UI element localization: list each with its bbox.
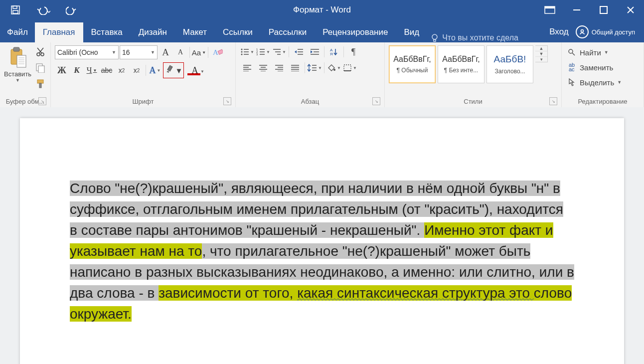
numbering-button[interactable]: 123▼	[256, 45, 271, 58]
highlighter-icon	[164, 65, 175, 76]
grow-font-button[interactable]: A	[159, 46, 172, 59]
tab-view[interactable]: Вид	[396, 22, 427, 42]
style-nospacing-sample: АаБбВвГг,	[442, 55, 480, 64]
copy-icon	[35, 63, 45, 73]
underline-button[interactable]: Ч▼	[85, 64, 99, 77]
minimize-icon[interactable]	[563, 0, 590, 20]
format-painter-button[interactable]	[33, 77, 47, 90]
svg-rect-24	[38, 66, 44, 73]
style-heading1-sample: АаБбВ!	[494, 54, 526, 65]
share-button[interactable]: Общий доступ	[576, 25, 635, 38]
style-no-spacing[interactable]: АаБбВвГг, ¶ Без инте...	[438, 45, 484, 83]
tab-insert[interactable]: Вставка	[83, 22, 131, 42]
replace-label: Заменить	[580, 63, 613, 72]
save-icon[interactable]	[8, 2, 23, 17]
copy-button[interactable]	[33, 61, 47, 74]
superscript-button[interactable]: x2	[130, 64, 144, 77]
tab-review[interactable]: Рецензирование	[315, 22, 396, 42]
svg-rect-13	[13, 47, 19, 51]
multilevel-icon	[272, 48, 281, 56]
group-editing-label: Редактирование	[578, 98, 627, 105]
bold-button[interactable]: Ж	[55, 64, 69, 77]
undo-icon[interactable]	[36, 2, 51, 17]
group-para-label: Абзац	[301, 98, 319, 105]
style-nospacing-name: ¶ Без инте...	[444, 67, 478, 74]
ribbon-tabs: Файл Главная Вставка Дизайн Макет Ссылки…	[0, 20, 644, 42]
scissors-icon	[36, 47, 45, 57]
select-button[interactable]: Выделить▼	[566, 75, 623, 89]
increase-indent-button[interactable]	[307, 45, 322, 58]
font-launcher[interactable]: ↘	[223, 97, 231, 105]
svg-text:3: 3	[256, 53, 258, 56]
group-paragraph: ▼ 123▼ ▼ AЯ ¶ ▼ ▼ ▼	[236, 42, 385, 107]
styles-gallery-scroll[interactable]: ▲▼▾	[535, 45, 548, 62]
text-effects-button[interactable]: A▼	[148, 64, 162, 77]
tab-references[interactable]: Ссылки	[215, 22, 261, 42]
tell-me-box[interactable]: Что вы хотите сдела	[427, 33, 549, 42]
paste-label: Вставить	[4, 70, 31, 78]
svg-rect-73	[344, 65, 351, 71]
sign-in-link[interactable]: Вход	[549, 27, 568, 37]
decrease-indent-button[interactable]	[291, 45, 306, 58]
italic-button[interactable]: К	[70, 64, 84, 77]
show-marks-button[interactable]: ¶	[346, 45, 361, 58]
ribbon-display-options-icon[interactable]	[536, 0, 563, 20]
line-spacing-icon	[307, 64, 317, 72]
clear-format-button[interactable]: A	[210, 46, 224, 59]
eraser-a-icon: A	[212, 47, 223, 57]
paste-dropdown-icon[interactable]: ▼	[15, 78, 20, 83]
tab-layout[interactable]: Макет	[175, 22, 215, 42]
style-heading1[interactable]: АаБбВ! Заголово...	[486, 45, 533, 83]
tab-mailings[interactable]: Рассылки	[261, 22, 315, 42]
align-left-button[interactable]	[240, 61, 255, 74]
tab-home[interactable]: Главная	[35, 22, 83, 42]
change-case-button[interactable]: Aa▼	[192, 46, 206, 59]
ribbon: Вставить ▼ Буфер обм...↘ Calibri (Осно▼ …	[0, 42, 644, 108]
cut-button[interactable]	[33, 45, 47, 58]
highlight-color-button[interactable]: ▼	[163, 62, 184, 78]
shrink-font-button[interactable]: A	[173, 46, 187, 59]
svg-line-76	[572, 53, 575, 55]
svg-point-75	[569, 49, 573, 53]
shading-button[interactable]: ▼	[326, 61, 341, 74]
align-right-button[interactable]	[272, 61, 287, 74]
paste-button[interactable]: Вставить ▼	[4, 44, 31, 83]
document-area: Слово "не(?)крашеный", являющееся, при н…	[0, 107, 644, 108]
borders-button[interactable]: ▼	[342, 61, 357, 74]
font-name-combo[interactable]: Calibri (Осно▼	[55, 45, 119, 59]
svg-rect-1	[13, 6, 17, 8]
multilevel-button[interactable]: ▼	[272, 45, 287, 58]
redo-icon[interactable]	[64, 2, 79, 17]
styles-launcher[interactable]: ↘	[549, 97, 557, 105]
para-launcher[interactable]: ↘	[372, 97, 380, 105]
svg-rect-28	[218, 49, 223, 54]
style-heading1-name: Заголово...	[494, 68, 525, 75]
subscript-button[interactable]: x2	[115, 64, 129, 77]
style-normal[interactable]: АаБбВвГг, ¶ Обычный	[389, 45, 436, 83]
align-justify-button[interactable]	[288, 61, 303, 74]
tab-file[interactable]: Файл	[0, 22, 35, 42]
share-label: Общий доступ	[592, 28, 635, 36]
replace-icon: abac	[567, 63, 577, 72]
find-label: Найти	[580, 48, 601, 57]
close-icon[interactable]	[617, 0, 644, 20]
replace-button[interactable]: abac Заменить	[566, 60, 614, 74]
find-icon	[567, 48, 577, 56]
strikethrough-button[interactable]: abc	[100, 64, 114, 77]
tab-design[interactable]: Дизайн	[131, 22, 175, 42]
bullets-button[interactable]: ▼	[240, 45, 255, 58]
font-color-button[interactable]: A▼	[185, 64, 205, 77]
svg-point-11	[581, 30, 583, 32]
maximize-icon[interactable]	[590, 0, 617, 20]
font-size-combo[interactable]: 16▼	[120, 45, 158, 59]
app-title: Формат - Word	[293, 5, 351, 15]
style-normal-sample: АаБбВвГг,	[393, 55, 431, 64]
sort-icon: AЯ	[329, 47, 338, 56]
group-styles: АаБбВвГг, ¶ Обычный АаБбВвГг, ¶ Без инте…	[385, 42, 562, 107]
sort-button[interactable]: AЯ	[326, 45, 341, 58]
align-center-button[interactable]	[256, 61, 271, 74]
find-button[interactable]: Найти▼	[566, 45, 610, 59]
line-spacing-button[interactable]: ▼	[307, 61, 322, 74]
clipboard-launcher[interactable]: ↘	[38, 97, 46, 105]
svg-rect-14	[17, 55, 26, 67]
